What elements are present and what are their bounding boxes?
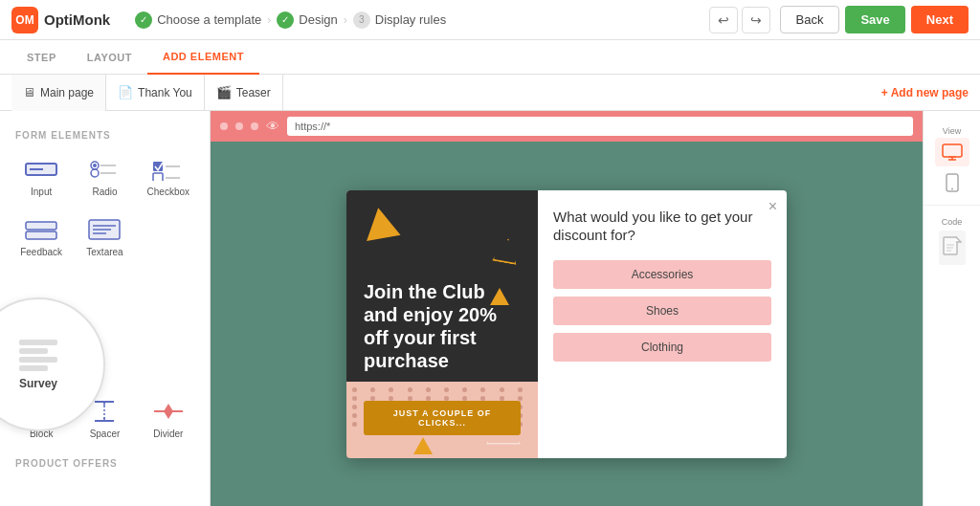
add-page-button[interactable]: + Add new page	[881, 86, 969, 99]
page-tab-thank-you[interactable]: 📄 Thank You	[106, 75, 205, 111]
popup-right: × What would you like to get your discou…	[538, 190, 787, 458]
tri-right-outline	[492, 235, 521, 264]
logo-icon: OM	[11, 7, 38, 33]
page-icon-teaser: 🎬	[216, 85, 232, 99]
page-icon-ty: 📄	[118, 85, 133, 99]
textarea-icon	[87, 216, 122, 243]
svg-point-5	[91, 169, 99, 177]
desktop-view-button[interactable]	[935, 138, 969, 166]
svg-rect-12	[26, 231, 56, 239]
form-elements-title: FORM ELEMENTS	[0, 122, 210, 144]
bc-circle3: 3	[353, 11, 370, 29]
bc-step2[interactable]: ✓ Design	[277, 11, 337, 29]
radio-icon	[87, 156, 122, 183]
code-label: Code	[942, 217, 963, 227]
dot2	[235, 122, 243, 130]
survey-icon	[19, 340, 57, 371]
logo: OM OptiMonk	[11, 7, 110, 33]
bc-arrow1: ›	[267, 13, 271, 27]
bc-label1: Choose a template	[157, 12, 261, 27]
element-input[interactable]: Input	[11, 148, 71, 205]
bc-check1: ✓	[135, 11, 152, 29]
undo-redo-group: ↩ ↪	[709, 7, 770, 33]
popup-question: What would you like to get your discount…	[553, 208, 771, 245]
page-tab-teaser-label: Teaser	[236, 86, 271, 99]
input-icon	[24, 156, 58, 183]
mobile-view-button[interactable]	[935, 168, 969, 197]
option-accessories[interactable]: Accessories	[553, 260, 771, 289]
divider-label: Divider	[153, 429, 183, 439]
checkbox-icon	[151, 156, 186, 183]
survey-label: Survey	[19, 377, 57, 390]
svg-rect-11	[26, 222, 56, 230]
radio-label: Radio	[92, 187, 117, 197]
redo-button[interactable]: ↪	[742, 7, 770, 33]
svg-rect-25	[943, 144, 962, 157]
view-label: View	[943, 126, 961, 136]
view-section: View	[924, 119, 980, 206]
url-input[interactable]	[287, 117, 913, 136]
feedback-label: Feedback	[20, 247, 62, 257]
tri-small-orange	[413, 437, 433, 454]
code-section: Code	[939, 209, 966, 273]
svg-rect-31	[944, 237, 957, 254]
divider-icon	[151, 398, 186, 425]
svg-point-30	[951, 188, 953, 190]
svg-point-3	[93, 164, 97, 167]
svg-marker-23	[164, 404, 173, 411]
spacer-label: Spacer	[90, 429, 121, 439]
bc-label3: Display rules	[375, 12, 446, 27]
mobile-icon	[946, 173, 959, 192]
element-checkbox[interactable]: Checkbox	[139, 148, 198, 205]
option-clothing[interactable]: Clothing	[553, 333, 771, 362]
tab-layout[interactable]: LAYOUT	[72, 40, 147, 75]
canvas-content: Join the Club and enjoy 20% off your fir…	[211, 142, 923, 506]
bc-arrow2: ›	[344, 13, 347, 27]
bc-step3[interactable]: 3 Display rules	[353, 11, 446, 29]
bc-label2: Design	[299, 12, 337, 27]
dot3	[251, 122, 258, 130]
survey-line1	[19, 340, 57, 345]
product-offers-title: PRODUCT OFFERS	[0, 451, 210, 473]
svg-rect-9	[153, 173, 163, 181]
code-button[interactable]	[939, 231, 966, 265]
popup-cta-button[interactable]: JUST A COUPLE OF CLICKS...	[364, 401, 521, 435]
page-tab-main-label: Main page	[40, 86, 94, 99]
survey-line4	[19, 365, 48, 371]
tab-step[interactable]: STEP	[11, 40, 72, 75]
dot1	[220, 122, 228, 130]
back-button[interactable]: Back	[780, 6, 840, 33]
topbar: OM OptiMonk ✓ Choose a template › ✓ Desi…	[0, 0, 980, 40]
tab-add-element[interactable]: ADD ELEMENT	[147, 40, 259, 75]
page-tabs: 🖥 Main page 📄 Thank You 🎬 Teaser + Add n…	[0, 75, 980, 111]
bc-check2: ✓	[277, 11, 294, 29]
input-label: Input	[31, 187, 52, 197]
popup-close-button[interactable]: ×	[768, 198, 777, 215]
main-area: FORM ELEMENTS Input Radio Ch	[0, 111, 980, 506]
save-button[interactable]: Save	[845, 6, 904, 33]
logo-text: OptiMonk	[44, 11, 110, 28]
step-tabs: STEP LAYOUT ADD ELEMENT	[0, 40, 980, 75]
next-button[interactable]: Next	[911, 6, 969, 33]
bc-step1[interactable]: ✓ Choose a template	[135, 11, 261, 29]
url-bar: 👁	[211, 111, 923, 142]
popup: Join the Club and enjoy 20% off your fir…	[346, 190, 787, 458]
page-tab-ty-label: Thank You	[138, 86, 192, 99]
element-textarea[interactable]: Textarea	[75, 209, 134, 265]
popup-heading: Join the Club and enjoy 20% off your fir…	[364, 280, 521, 372]
element-divider[interactable]: Divider	[139, 390, 198, 447]
element-feedback[interactable]: Feedback	[11, 209, 71, 265]
option-shoes[interactable]: Shoes	[553, 297, 771, 325]
survey-line3	[19, 357, 57, 363]
page-tab-teaser[interactable]: 🎬 Teaser	[205, 75, 283, 111]
element-radio[interactable]: Radio	[75, 148, 134, 205]
svg-marker-24	[164, 411, 173, 419]
undo-button[interactable]: ↩	[709, 7, 738, 33]
top-actions: Back Save Next	[780, 6, 969, 33]
view-panel: View Code	[923, 111, 980, 506]
code-file-icon	[943, 236, 962, 259]
eye-icon: 👁	[266, 119, 279, 134]
page-tab-main[interactable]: 🖥 Main page	[11, 75, 106, 111]
survey-line2	[19, 348, 48, 354]
sidebar: FORM ELEMENTS Input Radio Ch	[0, 111, 211, 506]
